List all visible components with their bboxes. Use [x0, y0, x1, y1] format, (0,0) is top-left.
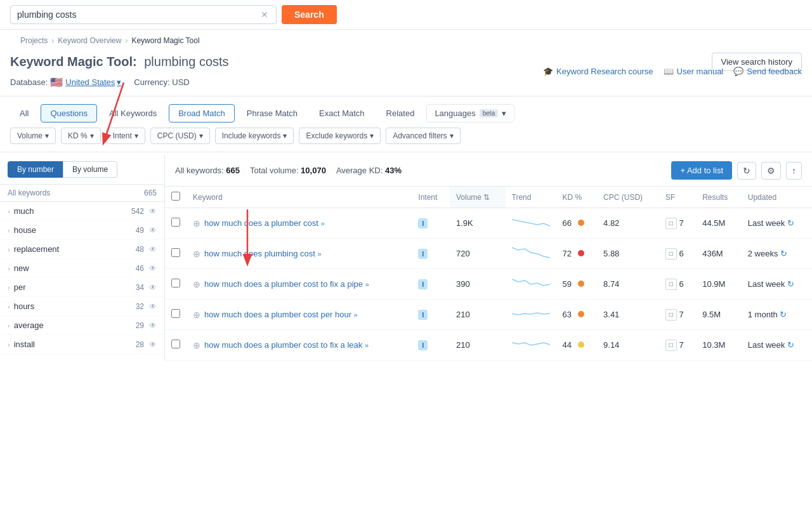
- add-to-list-button[interactable]: + Add to list: [671, 161, 732, 180]
- tab-exact-match[interactable]: Exact Match: [310, 104, 374, 122]
- breadcrumb-sep-2: ›: [125, 36, 128, 45]
- refresh-button[interactable]: ↻: [737, 162, 756, 180]
- sort-by-volume-button[interactable]: By volume: [63, 161, 117, 178]
- send-feedback-link[interactable]: 💬 Send feedback: [733, 67, 802, 76]
- tab-phrase-match[interactable]: Phrase Match: [237, 104, 307, 122]
- row-checkbox-cell: [165, 330, 187, 360]
- keyword-link[interactable]: ⊕ how much does a plumber cost per hour …: [193, 310, 405, 320]
- sidebar-item-hours[interactable]: › hours 32 👁: [0, 297, 164, 316]
- row-intent-cell: I: [412, 269, 450, 300]
- sort-by-number-button[interactable]: By number: [8, 161, 63, 178]
- filter-exclude-keywords[interactable]: Exclude keywords ▾: [299, 128, 381, 144]
- filter-advanced[interactable]: Advanced filters ▾: [386, 128, 460, 144]
- sidebar-item-replacement[interactable]: › replacement 48 👁: [0, 240, 164, 259]
- chevron-right-icon: ›: [8, 208, 10, 215]
- chevron-down-icon: ▾: [199, 131, 203, 140]
- sidebar-item-average[interactable]: › average 29 👁: [0, 316, 164, 335]
- tab-languages[interactable]: Languages beta ▾: [426, 104, 514, 122]
- keyword-link[interactable]: ⊕ how much does a plumber cost to fix a …: [193, 279, 405, 289]
- filter-cpc[interactable]: CPC (USD) ▾: [150, 128, 210, 144]
- sidebar-item-new[interactable]: › new 46 👁: [0, 259, 164, 278]
- col-volume[interactable]: Volume ⇅: [450, 187, 506, 208]
- search-button[interactable]: Search: [282, 5, 337, 24]
- row-trend-cell: [506, 269, 556, 300]
- row-sf-cell: □ 7: [659, 208, 696, 239]
- sidebar-item-much[interactable]: › much 542 👁: [0, 202, 164, 221]
- row-checkbox[interactable]: [171, 279, 180, 288]
- refresh-icon[interactable]: ↻: [787, 340, 794, 350]
- refresh-icon[interactable]: ↻: [787, 279, 794, 289]
- row-intent-cell: I: [412, 239, 450, 269]
- row-checkbox[interactable]: [171, 218, 180, 227]
- tab-questions[interactable]: Questions: [41, 104, 97, 122]
- row-trend-cell: [506, 330, 556, 360]
- row-intent-cell: I: [412, 330, 450, 360]
- eye-icon[interactable]: 👁: [149, 302, 157, 311]
- left-sidebar: By number By volume All keywords 665 › m…: [0, 155, 165, 360]
- keyword-link[interactable]: ⊕ how much does a plumber cost to fix a …: [193, 340, 405, 350]
- breadcrumb: Projects › Keyword Overview › Keyword Ma…: [10, 30, 802, 48]
- chevron-right-icon: ›: [8, 322, 10, 329]
- clear-icon[interactable]: ✕: [261, 10, 268, 20]
- database-row: Database: 🇺🇸 United States ▾ Currency: U…: [0, 74, 812, 93]
- eye-icon[interactable]: 👁: [149, 264, 157, 273]
- keyword-research-course-link[interactable]: 🎓 Keyword Research course: [543, 67, 653, 76]
- row-results-cell: 44.5M: [696, 208, 742, 239]
- row-checkbox-cell: [165, 239, 187, 269]
- tab-related[interactable]: Related: [377, 104, 424, 122]
- col-sf: SF: [659, 187, 696, 208]
- kd-indicator: [578, 311, 584, 317]
- user-manual-link[interactable]: 📖 User manual: [664, 67, 724, 76]
- chevron-down-icon: ▾: [45, 131, 49, 140]
- refresh-icon[interactable]: ↻: [787, 218, 794, 228]
- table-row: ⊕ how much does a plumber cost to fix a …: [165, 269, 812, 300]
- filter-include-keywords[interactable]: Include keywords ▾: [215, 128, 294, 144]
- breadcrumb-sep-1: ›: [51, 36, 54, 45]
- filter-row: Volume ▾ KD % ▾ Intent ▾ CPC (USD) ▾ Inc…: [0, 122, 812, 149]
- eye-icon[interactable]: 👁: [149, 245, 157, 254]
- col-intent: Intent: [412, 187, 450, 208]
- row-volume-cell: 210: [450, 300, 506, 330]
- row-cpc-cell: 9.14: [597, 330, 659, 360]
- sidebar-item-install[interactable]: › install 28 👁: [0, 335, 164, 354]
- row-sf-cell: □ 6: [659, 239, 696, 269]
- eye-icon[interactable]: 👁: [149, 226, 157, 235]
- chevron-right-icon: ›: [8, 246, 10, 253]
- sidebar-item-per[interactable]: › per 34 👁: [0, 278, 164, 297]
- settings-button[interactable]: ⚙: [761, 162, 781, 180]
- search-input[interactable]: [17, 10, 261, 20]
- row-sf-cell: □ 6: [659, 269, 696, 300]
- add-keyword-icon: ⊕: [193, 279, 200, 289]
- database-country-link[interactable]: United States ▾: [65, 77, 121, 87]
- keyword-link[interactable]: ⊕ how much does plumbing cost »: [193, 249, 405, 259]
- row-checkbox[interactable]: [171, 340, 180, 348]
- tab-all-keywords[interactable]: All Keywords: [100, 104, 166, 122]
- tab-broad-match[interactable]: Broad Match: [169, 104, 235, 122]
- col-keyword: Keyword: [187, 187, 412, 208]
- breadcrumb-keyword-overview[interactable]: Keyword Overview: [58, 36, 121, 45]
- eye-icon[interactable]: 👁: [149, 207, 157, 216]
- row-intent-cell: I: [412, 300, 450, 330]
- keyword-link[interactable]: ⊕ how much does a plumber cost »: [193, 218, 405, 228]
- row-checkbox[interactable]: [171, 309, 180, 318]
- row-cpc-cell: 4.82: [597, 208, 659, 239]
- export-button[interactable]: ↑: [786, 162, 802, 180]
- filter-kd[interactable]: KD % ▾: [61, 128, 101, 144]
- manual-icon: 📖: [664, 67, 674, 76]
- main-content: By number By volume All keywords 665 › m…: [0, 155, 812, 360]
- search-bar: ✕ Search: [0, 0, 812, 30]
- select-all-checkbox[interactable]: [171, 192, 180, 201]
- eye-icon[interactable]: 👁: [149, 283, 157, 292]
- filter-intent[interactable]: Intent ▾: [106, 128, 145, 144]
- sidebar-item-house[interactable]: › house 49 👁: [0, 221, 164, 240]
- filter-volume[interactable]: Volume ▾: [10, 128, 56, 144]
- eye-icon[interactable]: 👁: [149, 321, 157, 330]
- chevron-right-icon: ›: [8, 303, 10, 310]
- refresh-icon[interactable]: ↻: [780, 310, 787, 319]
- refresh-icon[interactable]: ↻: [780, 249, 787, 258]
- row-checkbox[interactable]: [171, 248, 180, 257]
- tab-all[interactable]: All: [10, 104, 38, 122]
- kd-indicator: [578, 220, 584, 226]
- breadcrumb-projects[interactable]: Projects: [20, 36, 48, 45]
- eye-icon[interactable]: 👁: [149, 340, 157, 349]
